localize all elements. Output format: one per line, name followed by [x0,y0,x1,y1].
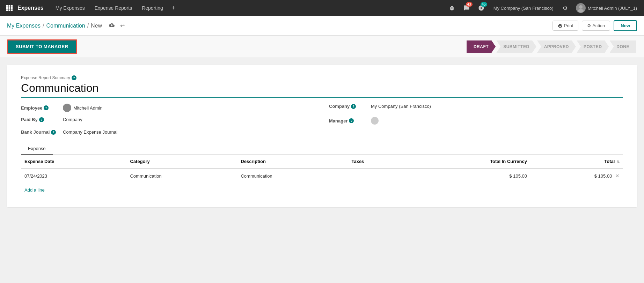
col-taxes: Taxes [348,155,404,169]
cell-total[interactable]: $ 105.00 ✕ [530,169,623,183]
breadcrumb-action-icons: ↩ [108,22,126,30]
svg-point-9 [579,5,583,9]
print-button[interactable]: Print [552,21,579,31]
cell-category[interactable]: Communication [126,169,237,183]
paid-by-value[interactable]: Company [63,117,82,122]
company-label: Company ? [329,104,367,109]
stage-approved[interactable]: APPROVED [537,40,576,53]
undo-icon[interactable]: ↩ [119,22,126,30]
nav-add-icon[interactable]: + [168,0,179,16]
col-date: Expense Date [21,155,126,169]
upload-icon[interactable] [108,22,116,30]
stage-posted[interactable]: POSTED [577,40,609,53]
breadcrumb-actions: Print ⚙ Action New [552,20,637,31]
app-name[interactable]: Expenses [17,5,44,11]
cell-taxes[interactable] [348,169,404,183]
employee-help-icon[interactable]: ? [44,105,49,110]
user-menu[interactable]: Mitchell Admin (JULY_1) [573,3,640,13]
nav-expense-reports[interactable]: Expense Reports [90,0,137,16]
manager-avatar [371,117,379,125]
form-fields: Employee ? Mitchell Admin Company [21,104,623,135]
app-grid-icon[interactable] [4,3,15,13]
report-summary-label: Expense Report Summary ? [21,75,623,80]
breadcrumb-bar: My Expenses / Communication / New ↩ Prin… [0,16,644,36]
breadcrumb: My Expenses / Communication / New ↩ [7,22,552,30]
cell-description[interactable]: Communication [237,169,348,183]
cell-total-currency[interactable]: $ 105.00 [404,169,530,183]
svg-point-11 [66,105,68,108]
bank-journal-value[interactable]: Company Expense Journal [63,129,117,135]
svg-rect-4 [9,7,10,9]
company-field: Company ? My Company (San Francisco) [329,104,623,112]
col-total-currency: Total In Currency [404,155,530,169]
stage-submitted[interactable]: SUBMITTED [496,40,536,53]
svg-rect-8 [11,9,13,11]
user-name: Mitchell Admin (JULY_1) [588,6,637,11]
report-summary-help-icon[interactable]: ? [72,75,76,80]
svg-rect-2 [11,5,13,7]
manager-label: Manager ? [329,118,367,124]
company-help-icon[interactable]: ? [351,104,356,109]
manager-help-icon[interactable]: ? [349,118,354,123]
table-row: 07/24/2023 Communication Communication $… [21,169,623,183]
paid-by-help-icon[interactable]: ? [39,117,44,122]
svg-point-12 [65,109,69,112]
col-description: Description [237,155,348,169]
breadcrumb-sep-2: / [87,23,89,29]
tab-expense[interactable]: Expense [21,143,53,155]
status-bar: SUBMIT TO MANAGER DRAFT SUBMITTED APPROV… [0,36,644,58]
stage-draft[interactable]: DRAFT [467,40,496,53]
top-navigation: Expenses My Expenses Expense Reports Rep… [0,0,644,16]
paid-by-label: Paid By ? [21,117,59,122]
nav-links: My Expenses Expense Reports Reporting + [51,0,179,16]
svg-rect-6 [6,9,8,11]
employee-field: Employee ? Mitchell Admin [21,104,315,112]
manager-value[interactable] [371,117,379,125]
bug-icon-button[interactable] [446,2,458,14]
activity-icon-button[interactable]: 45 [475,2,487,14]
add-line-button[interactable]: Add a line [21,183,623,197]
submit-to-manager-button[interactable]: SUBMIT TO MANAGER [7,39,77,54]
bank-journal-help-icon[interactable]: ? [51,130,56,135]
svg-rect-1 [9,5,10,7]
action-button[interactable]: ⚙ Action [582,21,610,31]
status-stages: DRAFT SUBMITTED APPROVED POSTED DONE [467,40,637,53]
company-selector[interactable]: My Company (San Francisco) [490,6,557,11]
activity-badge: 45 [481,2,487,7]
settings-icon[interactable]: ⚙ [560,5,570,12]
col-total: Total ⇅ [530,155,623,169]
form-card: Expense Report Summary ? Communication E… [7,65,637,207]
bank-journal-field: Bank Journal ? Company Expense Journal [21,129,315,135]
avatar [576,3,586,13]
manager-field: Manager ? [329,117,623,125]
company-value[interactable]: My Company (San Francisco) [371,104,431,109]
nav-my-expenses[interactable]: My Expenses [51,0,90,16]
breadcrumb-sep-1: / [43,23,44,29]
breadcrumb-communication[interactable]: Communication [46,23,85,29]
chat-badge: 43 [466,2,473,7]
new-button[interactable]: New [614,20,637,31]
svg-point-10 [578,9,584,13]
expense-table: Expense Date Category Description Taxes … [21,155,623,183]
breadcrumb-my-expenses[interactable]: My Expenses [7,23,41,29]
expense-title[interactable]: Communication [21,82,623,98]
nav-reporting[interactable]: Reporting [137,0,168,16]
chat-icon-button[interactable]: 43 [461,2,473,14]
col-category: Category [126,155,237,169]
sort-icon[interactable]: ⇅ [617,160,620,164]
breadcrumb-new: New [91,23,102,29]
expense-tabs: Expense [21,143,623,155]
cell-date[interactable]: 07/24/2023 [21,169,126,183]
svg-rect-7 [9,9,10,11]
stage-done[interactable]: DONE [609,40,636,53]
nav-icon-group: 43 45 My Company (San Francisco) ⚙ Mitch… [446,2,640,14]
paid-by-field: Paid By ? Company [21,117,315,125]
delete-row-icon[interactable]: ✕ [615,173,620,179]
svg-rect-5 [11,7,13,9]
main-content: Expense Report Summary ? Communication E… [0,58,644,214]
employee-value[interactable]: Mitchell Admin [63,104,103,112]
employee-avatar [63,104,71,112]
svg-rect-0 [6,5,8,7]
bank-journal-label: Bank Journal ? [21,129,59,135]
svg-rect-3 [6,7,8,9]
